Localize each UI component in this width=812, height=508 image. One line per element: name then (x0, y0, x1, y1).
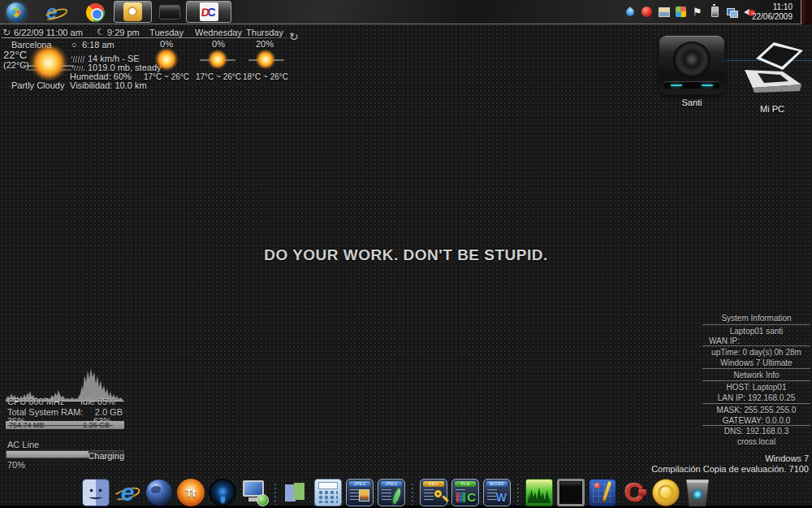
outlook-taskbar-button[interactable] (114, 1, 152, 23)
text-lines (382, 489, 391, 502)
weather-gadget: ↻ 6/22/09 11:00 am ☾ 9:29 pm Tuesday Wed… (0, 25, 307, 95)
sysinfo-network-title: Network Info (702, 371, 810, 380)
sysinfo-domain: cross.local (702, 437, 810, 446)
visibility-value: Visibilidad: 10.0 km (70, 80, 147, 90)
clock-time: 11:10 (752, 2, 793, 12)
image-viewer-tray-icon[interactable] (659, 7, 670, 18)
forecast-sun-icon-1 (154, 48, 179, 71)
battery-bar-fill (6, 451, 89, 458)
chrome-taskbar-icon[interactable] (86, 3, 105, 22)
ram-free-value: 1.26 GB (83, 421, 110, 429)
image-editor-dock-icon[interactable]: JPEG (378, 479, 405, 506)
outlook-icon (123, 2, 142, 21)
watermark-line2: Compilación Copia de evaluación. 7100 (651, 464, 809, 475)
weather-condition: Partly Cloudy (11, 80, 64, 90)
drive-platter (673, 41, 710, 77)
forecast-day-3: Thursday (244, 28, 286, 37)
gold-coin-dock-icon[interactable] (652, 479, 680, 506)
weather-updated-time: 6/22/09 11:00 am (14, 28, 83, 37)
battery-shape (711, 7, 719, 17)
charging-status: Charging (88, 451, 124, 461)
forecast-precip-3: 20% (244, 39, 286, 49)
color-grid-shape (676, 7, 686, 17)
internet-explorer-dock-icon[interactable]: e (114, 479, 141, 506)
refresh-icon[interactable]: ↻ (289, 30, 299, 43)
sysinfo-dns: DNS: 192.168.0.3 (702, 427, 810, 436)
dock: e Tt JPEG JPEG KEY XLS C WORD W (82, 476, 711, 506)
messenger-tray-icon[interactable] (676, 7, 687, 18)
wind-icon (71, 56, 85, 63)
divider (702, 425, 810, 426)
desktop-icon-label: Mi PC (736, 104, 809, 114)
waveform-shape (528, 485, 551, 503)
person-shape (294, 483, 304, 500)
sunrise-time: 6:18 am (82, 40, 114, 50)
ie-letter: e (121, 479, 135, 506)
photo-thumb (359, 489, 369, 501)
battery-percent: 70% (7, 460, 25, 470)
doc-band-label: XLS (455, 481, 476, 487)
word-document-dock-icon[interactable]: WORD W (483, 479, 511, 506)
hard-drive-icon (659, 36, 724, 94)
xls-x-letter: C (467, 490, 476, 504)
moon-icon: ☾ (97, 27, 105, 37)
red-dot (594, 483, 600, 488)
sysinfo-mask: MASK: 255.255.255.0 (702, 406, 810, 415)
show-desktop-button[interactable] (801, 0, 812, 24)
taskbar-clock[interactable]: 11:10 22/06/2009 (752, 2, 793, 22)
excel-document-dock-icon[interactable]: XLS C (451, 479, 479, 506)
antivirus-tray-icon[interactable] (641, 7, 653, 18)
remote-desktop-dock-icon[interactable] (240, 479, 268, 506)
cpu-idle: Idle 85% (80, 397, 123, 406)
pressure-icon (72, 66, 84, 71)
calculator-dock-icon[interactable] (314, 479, 342, 506)
desktop-icon-mi-pc[interactable]: Mi PC (736, 41, 809, 114)
drive-led (702, 85, 713, 86)
cpu-speed: CPU 800 MHz (7, 397, 64, 406)
battery-tray-icon[interactable] (710, 7, 721, 18)
key-shape (434, 490, 442, 497)
weather-divider (2, 37, 302, 38)
keys-document-dock-icon[interactable]: KEY (420, 479, 447, 506)
network-globe-dock-icon[interactable] (145, 479, 173, 506)
forecast-sun-icon-3 (255, 50, 276, 69)
internet-explorer-taskbar-icon[interactable]: e (46, 2, 57, 22)
forecast-precip-2: 0% (193, 39, 244, 49)
finder-dock-icon[interactable] (82, 479, 110, 506)
start-orb-button[interactable] (6, 2, 26, 22)
media-sphere-dock-icon[interactable] (209, 479, 236, 506)
recycle-bin-dock-icon[interactable] (684, 479, 711, 506)
dcplusplus-icon: DC (200, 2, 218, 21)
contacts-dock-icon[interactable] (283, 479, 310, 506)
blueprint-editor-dock-icon[interactable] (589, 479, 616, 506)
tt-letters: Tt (186, 487, 196, 499)
audio-waveform-dock-icon[interactable] (525, 479, 553, 506)
sysinfo-lan-ip: LAN IP: 192.168.0.25 (702, 393, 810, 402)
dcplusplus-taskbar-button[interactable]: DC (186, 1, 231, 23)
forecast-range-2: 17°C ~ 26°C (193, 72, 244, 81)
doc-band-label: WORD (486, 481, 508, 487)
forecast-day-2: Wednesday (193, 28, 244, 37)
drop-shape (624, 7, 636, 18)
sysinfo-title: System Information (702, 314, 810, 323)
forecast-sun-icon-2 (207, 50, 228, 69)
desktop-icon-santi[interactable]: Santi (654, 36, 729, 107)
drive-taskbar-icon[interactable] (159, 5, 180, 20)
action-center-flag-icon[interactable]: ⚑ (693, 7, 704, 18)
water-drop-tray-icon[interactable] (624, 7, 636, 18)
sysinfo-host-user: Laptop01 santi (702, 327, 810, 336)
current-temp: 22°C (3, 49, 27, 61)
watermark-line1: Windows 7 (651, 454, 809, 464)
sunrise-icon: ○ (71, 40, 77, 50)
drive-led (671, 85, 682, 86)
network-tray-icon[interactable] (727, 7, 738, 18)
terminal-dock-icon[interactable] (557, 479, 585, 506)
text-lines (424, 489, 434, 502)
refresh-icon[interactable]: ↻ (2, 27, 11, 38)
forecast-day-1: Tuesday (145, 28, 188, 37)
power-source-label: AC Line (7, 440, 39, 449)
ccleaner-dock-icon[interactable]: C (620, 479, 648, 506)
forecast-range-3: 18°C ~ 26°C (242, 72, 289, 81)
flame-tt-dock-icon[interactable]: Tt (177, 479, 205, 506)
jpeg-viewer-dock-icon[interactable]: JPEG (346, 479, 374, 506)
